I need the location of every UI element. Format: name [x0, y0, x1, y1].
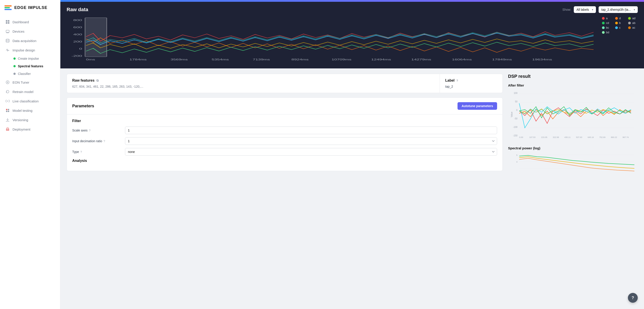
sidebar-item-versioning[interactable]: Versioning: [0, 115, 60, 124]
raw-data-chart: 800 600 400 200 0 -200: [67, 16, 598, 61]
legend-dot-cd: [602, 22, 605, 24]
help-button[interactable]: ?: [628, 293, 638, 303]
logo-text: EDGE IMPULSE: [14, 5, 48, 10]
legend-item-a: a: [602, 16, 612, 20]
sidebar-item-create-impulse[interactable]: Create impulse: [10, 55, 60, 62]
legend-dot-bd: [602, 31, 605, 34]
svg-text:200: 200: [73, 40, 82, 43]
sample-select[interactable]: tap_2.4hempi3h (ta...: [598, 6, 638, 13]
devices-icon: [5, 29, 10, 34]
legend-item-cd: cd: [602, 21, 612, 24]
scale-axes-input[interactable]: [125, 126, 497, 134]
raw-features-value: 627, 604, 341, 461, 22, 286, 165, 263, 1…: [72, 85, 434, 88]
svg-text:16064ms: 16064ms: [452, 58, 472, 61]
svg-rect-3: [8, 22, 10, 24]
sidebar-item-deployment[interactable]: Deployment: [0, 124, 60, 134]
after-filter-chart: 100 50 0 -50 -100 -150 Value: [508, 90, 638, 140]
svg-text:-150: -150: [513, 134, 518, 137]
sidebar-item-data-acquisition[interactable]: Data acquisition: [0, 36, 60, 46]
sidebar-item-classifier[interactable]: Classifier: [10, 70, 60, 78]
input-decimation-label: Input decimation ratio ?: [72, 139, 122, 143]
sample-select-wrapper: tap_2.4hempi3h (ta...: [598, 6, 638, 13]
dsp-title: DSP result: [508, 74, 638, 79]
legend-dot-a: [602, 17, 605, 20]
svg-text:752.69: 752.69: [599, 136, 606, 138]
raw-features-title: Raw features ⧉: [72, 78, 434, 82]
live-icon: [5, 99, 10, 103]
svg-text:7139ms: 7139ms: [253, 58, 270, 61]
sidebar-item-live-classification[interactable]: Live classification: [0, 96, 60, 106]
type-help-icon[interactable]: ?: [80, 150, 82, 154]
logo-icon: [4, 5, 12, 10]
sidebar-item-eon-tuner[interactable]: EON Tuner: [0, 78, 60, 87]
svg-rect-4: [6, 30, 9, 32]
filter-subtitle: Filter: [72, 119, 497, 123]
svg-text:5354ms: 5354ms: [212, 58, 229, 61]
sidebar: EDGE IMPULSE Dashboard Devices Data acqu…: [0, 0, 60, 309]
legend-item-c: c: [615, 26, 625, 29]
sidebar-item-dashboard[interactable]: Dashboard: [0, 17, 60, 26]
svg-text:19634ms: 19634ms: [532, 58, 552, 61]
svg-text:-200: -200: [72, 54, 82, 57]
sidebar-item-retrain-model[interactable]: Retrain model: [0, 87, 60, 96]
params-title: Parameters: [72, 104, 94, 108]
after-filter-svg: 100 50 0 -50 -100 -150 Value: [508, 90, 638, 139]
svg-text:107.53: 107.53: [529, 136, 536, 138]
label-help-icon[interactable]: ?: [456, 79, 458, 82]
input-decimation-select[interactable]: 1248: [125, 137, 497, 145]
dot-classifier: [14, 73, 16, 75]
svg-text:0: 0: [516, 109, 518, 111]
legend-item-b: b: [615, 21, 625, 24]
chart-selection[interactable]: [85, 18, 107, 57]
main-content: Raw data Show: All labels abc tap_2.4hem…: [60, 0, 644, 309]
svg-point-7: [7, 100, 8, 102]
autotune-button[interactable]: Autotune parameters: [458, 102, 497, 110]
copy-icon[interactable]: ⧉: [96, 79, 98, 82]
svg-rect-0: [6, 20, 8, 22]
sidebar-item-model-testing[interactable]: Model testing: [0, 106, 60, 115]
svg-text:50: 50: [515, 100, 518, 103]
after-filter-title: After filter: [508, 84, 638, 87]
show-controls: Show: All labels abc tap_2.4hempi3h (ta.…: [562, 6, 638, 13]
svg-text:967.74: 967.74: [622, 136, 629, 138]
scale-axes-help-icon[interactable]: ?: [89, 129, 90, 132]
right-panel: DSP result After filter 100 50 0 -50 -10…: [508, 74, 638, 304]
legend-dot-d: [615, 17, 618, 20]
sidebar-item-impulse-design[interactable]: Impulse design: [0, 46, 60, 55]
svg-text:5: 5: [516, 154, 518, 156]
svg-text:1784ms: 1784ms: [130, 58, 147, 61]
svg-text:0.00: 0.00: [519, 136, 523, 138]
model-icon: [5, 108, 10, 113]
type-row: Type ? nonelowhighbandpass: [72, 148, 497, 156]
svg-rect-10: [6, 111, 8, 112]
svg-text:215.05: 215.05: [541, 136, 548, 138]
legend-dot-b: [615, 22, 618, 24]
top-stripe: [60, 0, 644, 2]
svg-text:430.11: 430.11: [564, 136, 571, 138]
svg-text:322.58: 322.58: [553, 136, 559, 138]
svg-rect-8: [6, 109, 8, 110]
legend-item-ab: ab: [628, 21, 638, 24]
label-title: Label ?: [445, 78, 497, 82]
data-icon: [5, 38, 10, 43]
dot-spectral-features: [14, 65, 16, 67]
chart-main: 800 600 400 200 0 -200: [67, 16, 598, 62]
svg-text:0ms: 0ms: [86, 58, 95, 61]
input-decimation-help-icon[interactable]: ?: [104, 140, 105, 143]
type-label: Type ?: [72, 150, 122, 154]
legend-dot-ad: [628, 17, 631, 20]
svg-text:860.22: 860.22: [611, 136, 617, 138]
sidebar-item-spectral-features[interactable]: Spectral features: [10, 62, 60, 70]
parameters-card: Parameters Autotune parameters Filter Sc…: [67, 98, 503, 171]
svg-text:17849ms: 17849ms: [492, 58, 512, 61]
svg-text:0: 0: [79, 48, 82, 50]
params-header: Parameters Autotune parameters: [67, 98, 502, 114]
legend-item-bd: bd: [602, 31, 612, 34]
legend-dot-c: [615, 26, 618, 29]
sidebar-item-devices[interactable]: Devices: [0, 26, 60, 36]
type-select[interactable]: nonelowhighbandpass: [125, 148, 497, 156]
show-select[interactable]: All labels abc: [574, 6, 596, 13]
svg-text:537.63: 537.63: [576, 136, 582, 138]
svg-text:-100: -100: [513, 126, 518, 128]
features-card: Raw features ⧉ 627, 604, 341, 461, 22, 2…: [67, 74, 503, 93]
